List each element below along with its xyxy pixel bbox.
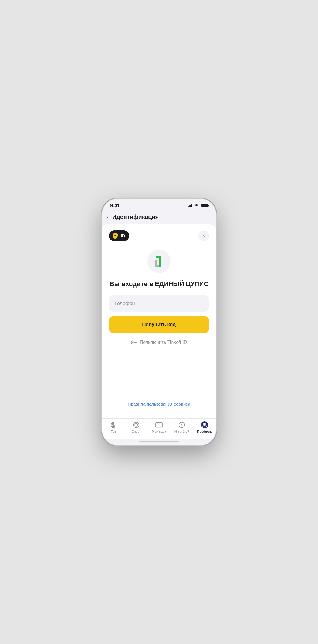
content-area: T ID × <box>102 224 216 418</box>
svg-rect-13 <box>155 423 163 427</box>
tid-badge: T ID <box>109 230 129 241</box>
logo-container <box>109 250 209 273</box>
nav-item-top[interactable]: Топ <box>105 421 122 433</box>
nav-label-top: Топ <box>111 430 116 433</box>
page-title: Идентификация <box>112 214 159 220</box>
svg-rect-4 <box>155 265 159 267</box>
games-icon <box>178 421 186 429</box>
sport-icon <box>132 421 140 429</box>
tid-label: ID <box>121 233 125 238</box>
battery-icon <box>201 204 208 207</box>
service-rules-link[interactable]: Правила пользования сервиса <box>128 401 190 406</box>
nav-label-profile: Профиль <box>197 430 212 433</box>
modal-card: T ID × <box>102 224 216 418</box>
bottom-nav: Топ Спорт Мои пари <box>102 418 216 439</box>
nav-item-bets[interactable]: Мои пари <box>150 421 168 433</box>
bets-icon <box>155 421 163 429</box>
svg-point-6 <box>132 342 133 343</box>
status-bar: 9:41 <box>102 199 216 210</box>
svg-rect-8 <box>136 343 136 344</box>
get-code-button[interactable]: Получить код <box>109 316 209 333</box>
service-logo <box>147 250 171 273</box>
phone-input[interactable] <box>114 301 204 307</box>
svg-point-12 <box>136 425 137 425</box>
modal-header-row: T ID × <box>109 230 209 241</box>
tsupis-logo-icon <box>151 253 167 269</box>
status-icons <box>188 204 208 207</box>
wifi-icon <box>194 204 199 207</box>
tid-shield-icon: T <box>112 233 118 239</box>
fire-icon <box>110 421 117 429</box>
close-button[interactable]: × <box>198 231 209 241</box>
svg-text:T: T <box>114 235 116 238</box>
profile-icon <box>201 421 208 429</box>
back-chevron-icon: ‹ <box>107 214 109 220</box>
phone-input-wrapper[interactable] <box>109 295 209 312</box>
tinkoff-id-row[interactable]: Подключить Tinkoff ID <box>109 340 209 345</box>
nav-label-games: Игры 24/7 <box>174 430 189 433</box>
service-rules[interactable]: Правила пользования сервиса <box>109 401 209 407</box>
status-time: 9:41 <box>110 203 120 209</box>
nav-item-games[interactable]: Игры 24/7 <box>173 421 191 433</box>
nav-label-bets: Мои пари <box>152 430 166 433</box>
home-indicator <box>102 439 216 445</box>
nav-label-sport: Спорт <box>132 430 141 433</box>
svg-point-17 <box>203 423 206 425</box>
nav-header: ‹ Идентификация <box>102 210 216 224</box>
svg-rect-9 <box>135 343 136 343</box>
svg-rect-14 <box>158 423 160 427</box>
signal-icon <box>188 204 193 207</box>
svg-rect-2 <box>156 256 159 258</box>
tinkoff-id-label: Подключить Tinkoff ID <box>140 340 187 345</box>
nav-item-profile[interactable]: Профиль <box>196 421 213 433</box>
main-heading: Вы входите в ЕДИНЫЙ ЦУПИС <box>109 280 209 288</box>
phone-frame: 9:41 ‹ Идентификация <box>102 199 216 445</box>
close-icon: × <box>202 233 205 238</box>
key-icon <box>131 340 137 344</box>
svg-rect-1 <box>159 256 161 267</box>
back-button[interactable]: ‹ <box>107 213 111 221</box>
home-bar <box>139 441 179 442</box>
nav-item-sport[interactable]: Спорт <box>127 421 145 433</box>
svg-rect-7 <box>134 342 137 343</box>
